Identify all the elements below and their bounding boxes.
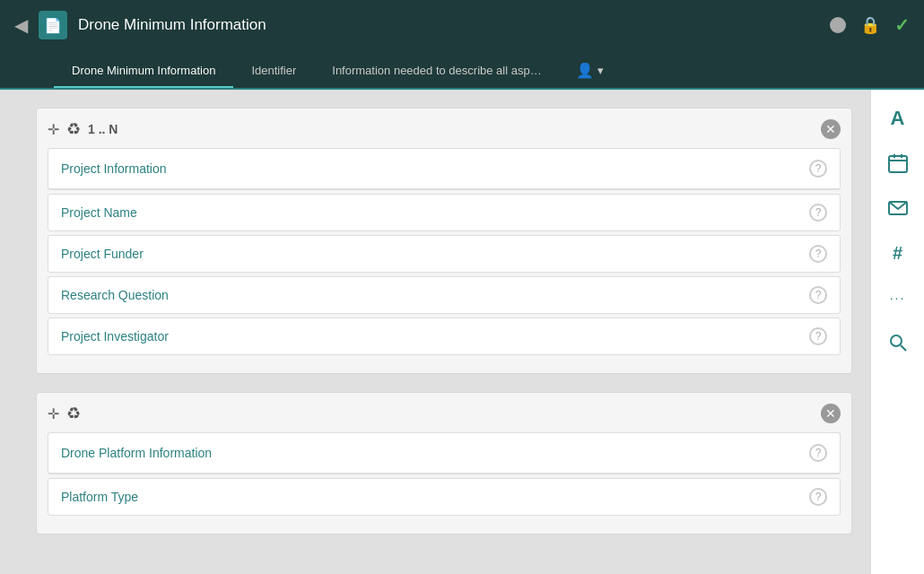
project-investigator-help[interactable]: ? (809, 327, 827, 345)
svg-line-6 (901, 345, 906, 351)
center-area: ✛ ♻ 1 .. N ✕ Project Information ? Proje… (0, 90, 870, 574)
research-question-row: Research Question ? (48, 276, 841, 314)
section-2-close-button[interactable]: ✕ (821, 404, 841, 423)
tab-information[interactable]: Information needed to describe all aspec… (314, 57, 565, 88)
back-button[interactable]: ◀ (14, 14, 28, 36)
project-investigator-row: Project Investigator ? (48, 317, 841, 355)
calendar-icon[interactable] (878, 144, 918, 183)
top-bar: ◀ 📄 Drone Minimum Information 🔒 ✓ (0, 0, 924, 50)
platform-type-help[interactable]: ? (809, 488, 827, 506)
research-question-label: Research Question (61, 288, 169, 302)
drone-platform-label: Drone Platform Information (61, 446, 212, 460)
tab-dropdown[interactable]: 👤 ▾ (565, 55, 615, 88)
section-drone-platform: ✛ ♻ ✕ Drone Platform Information ? Platf… (36, 392, 852, 535)
group-icon-1: ♻ (66, 119, 81, 139)
envelope-icon[interactable] (878, 188, 918, 228)
project-funder-row: Project Funder ? (48, 235, 841, 273)
app-icon: 📄 (39, 11, 67, 39)
section-1-header: ✛ ♻ 1 .. N ✕ (48, 119, 841, 139)
platform-type-row: Platform Type ? (48, 478, 841, 516)
font-icon[interactable]: A (878, 99, 918, 138)
platform-type-label: Platform Type (61, 490, 138, 504)
project-investigator-label: Project Investigator (61, 329, 169, 344)
header-actions: 🔒 ✓ (830, 14, 910, 36)
project-information-help[interactable]: ? (809, 160, 827, 178)
status-circle (830, 17, 846, 33)
group-icon-2: ♻ (66, 404, 81, 423)
main-content: ✛ ♻ 1 .. N ✕ Project Information ? Proje… (0, 90, 924, 574)
section-1-close-button[interactable]: ✕ (821, 119, 841, 139)
drag-handle-2[interactable]: ✛ (48, 405, 59, 422)
search-icon[interactable] (878, 323, 918, 362)
svg-rect-0 (889, 156, 907, 172)
ellipsis-icon[interactable]: ··· (878, 278, 918, 317)
drag-handle-1[interactable]: ✛ (48, 121, 59, 138)
multiplicity-1: 1 .. N (88, 122, 118, 136)
lock-icon[interactable]: 🔒 (860, 15, 880, 35)
hash-icon[interactable]: # (878, 233, 918, 273)
chevron-down-icon: ▾ (597, 64, 604, 77)
person-icon: 👤 (576, 62, 594, 79)
page-title: Drone Minimum Information (78, 16, 819, 34)
svg-point-5 (891, 335, 902, 346)
right-sidebar: A # ··· (870, 90, 924, 574)
project-funder-help[interactable]: ? (809, 245, 827, 263)
drone-platform-help[interactable]: ? (809, 444, 827, 462)
tab-bar: Drone Minimum Information Identifier Inf… (0, 50, 924, 90)
check-icon[interactable]: ✓ (894, 14, 910, 36)
tab-identifier[interactable]: Identifier (233, 57, 314, 88)
project-information-label: Project Information (61, 161, 167, 176)
section-project-information: ✛ ♻ 1 .. N ✕ Project Information ? Proje… (36, 108, 852, 374)
research-question-help[interactable]: ? (809, 286, 827, 304)
project-name-row: Project Name ? (48, 194, 841, 231)
tab-drone-minimum[interactable]: Drone Minimum Information (54, 57, 233, 88)
project-information-header-row: Project Information ? (48, 148, 841, 190)
section-2-header: ✛ ♻ ✕ (48, 404, 841, 423)
project-name-help[interactable]: ? (809, 204, 827, 222)
drone-platform-header-row: Drone Platform Information ? (48, 432, 841, 474)
project-funder-label: Project Funder (61, 247, 144, 261)
project-name-label: Project Name (61, 205, 137, 220)
